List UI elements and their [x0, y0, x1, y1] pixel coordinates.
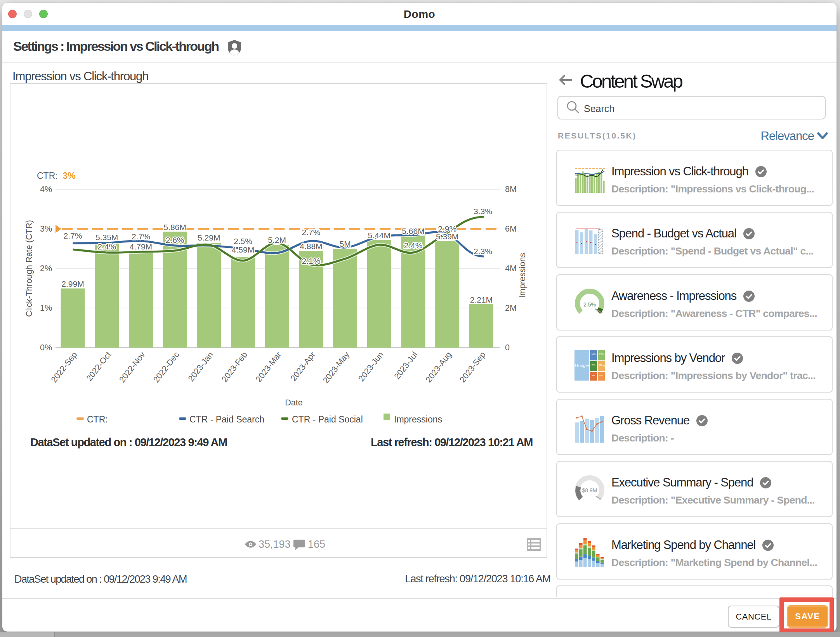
svg-text:Impressions: Impressions	[518, 253, 527, 298]
svg-text:5.44M: 5.44M	[368, 231, 390, 240]
svg-text:2.7%: 2.7%	[132, 232, 150, 241]
svg-text:Fac...: Fac...	[599, 374, 605, 377]
svg-text:4.59M: 4.59M	[232, 245, 254, 254]
svg-text:165: 165	[308, 538, 325, 550]
svg-text:5.2M: 5.2M	[268, 235, 286, 244]
svg-text:CTR:: CTR:	[87, 414, 108, 424]
svg-text:Impressions: Impressions	[394, 414, 442, 424]
svg-text:Ins...: Ins...	[592, 364, 597, 366]
svg-text:4M: 4M	[505, 264, 517, 273]
svg-text:1%: 1%	[40, 303, 52, 313]
svg-text:2.4%: 2.4%	[404, 241, 423, 250]
svg-text:5.35M: 5.35M	[95, 233, 118, 242]
svg-text:Date: Date	[285, 398, 302, 407]
svg-text:DataSet updated on : 09/12/202: DataSet updated on : 09/12/2023 9:49 AM	[30, 436, 227, 448]
svg-text:35,193: 35,193	[259, 538, 291, 550]
svg-text:2.4%: 2.4%	[97, 242, 116, 251]
svg-text:$8.9M: $8.9M	[582, 487, 597, 493]
svg-text:CTR - Paid Search: CTR - Paid Search	[189, 414, 264, 424]
svg-text:2.3%: 2.3%	[474, 247, 492, 256]
svg-text:4.88M: 4.88M	[300, 242, 322, 251]
svg-text:0%: 0%	[40, 343, 52, 352]
svg-text:CTR - Paid Social: CTR - Paid Social	[292, 414, 363, 424]
svg-text:Click-Through Rate (CTR): Click-Through Rate (CTR)	[24, 220, 34, 317]
svg-text:6M: 6M	[505, 224, 517, 234]
svg-text:5.66M: 5.66M	[402, 227, 424, 235]
svg-text:3%: 3%	[40, 224, 52, 234]
svg-text:2M: 2M	[505, 303, 517, 313]
svg-text:2.1%: 2.1%	[302, 256, 320, 265]
svg-text:5.86M: 5.86M	[163, 223, 186, 232]
svg-text:4.79M: 4.79M	[130, 242, 152, 251]
svg-text:2.21M: 2.21M	[470, 295, 493, 304]
svg-text:5.29M: 5.29M	[198, 233, 220, 242]
svg-text:Lin...: Lin...	[592, 353, 597, 355]
svg-text:2.99M: 2.99M	[61, 279, 84, 288]
svg-text:4%: 4%	[40, 185, 52, 194]
svg-text:2%: 2%	[40, 264, 52, 273]
svg-text:Bing: Bing	[599, 364, 605, 367]
svg-text:Pan...: Pan...	[599, 353, 605, 355]
svg-text:2.5%: 2.5%	[583, 301, 596, 308]
svg-text:5M: 5M	[340, 239, 351, 248]
svg-text:5.39M: 5.39M	[436, 232, 458, 241]
svg-text:Last refresh: 09/12/2023 10:21: Last refresh: 09/12/2023 10:21 AM	[371, 436, 533, 448]
svg-text:CTR: 3%: CTR: 3%	[37, 171, 76, 181]
svg-text:Twi...: Twi...	[591, 374, 597, 377]
svg-text:2.5%: 2.5%	[234, 237, 252, 246]
svg-text:8M: 8M	[505, 185, 517, 194]
svg-text:2.7%: 2.7%	[64, 231, 82, 240]
svg-text:Google: Google	[575, 363, 588, 368]
svg-text:2.6%: 2.6%	[166, 235, 184, 244]
svg-text:2.7%: 2.7%	[302, 228, 320, 237]
svg-text:3.3%: 3.3%	[474, 207, 492, 216]
svg-text:0: 0	[505, 343, 510, 352]
